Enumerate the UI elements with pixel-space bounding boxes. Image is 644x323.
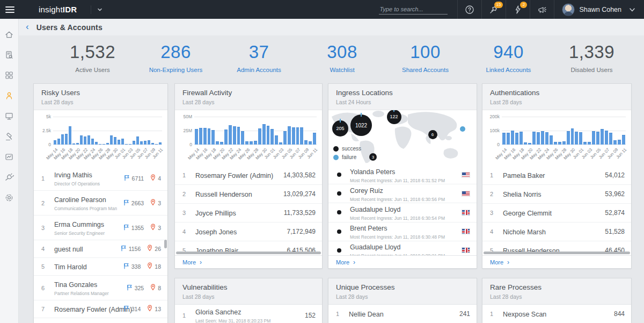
dashboard-grid-icon xyxy=(4,70,14,82)
ingress-more-link[interactable]: More› xyxy=(328,255,477,268)
panel-subtitle: Last 28 days xyxy=(41,99,160,105)
chart-bar xyxy=(136,137,139,145)
stat-watchlist[interactable]: 308Watchlist xyxy=(301,42,384,77)
stat-admin-accounts[interactable]: 37Admin Accounts xyxy=(217,42,301,77)
failure-bubble[interactable] xyxy=(460,126,465,132)
chart-bar xyxy=(91,139,94,145)
row-value: 13,029,274 xyxy=(283,190,316,198)
divider xyxy=(91,5,91,14)
row-rank: 3 xyxy=(182,210,195,216)
chart-bar xyxy=(304,140,308,145)
hamburger-menu-button[interactable] xyxy=(0,0,19,19)
risky-user-row[interactable]: 2Caroline PearsonCommunications Program … xyxy=(34,191,167,216)
chart-bar xyxy=(118,140,120,145)
ingress-count-bubble[interactable]: 3 xyxy=(369,153,377,161)
ingress-row[interactable]: Guadalupe LloydMost Recent Ingress: Jun … xyxy=(328,241,477,255)
chart-bar xyxy=(567,131,570,145)
flag-icon xyxy=(121,244,127,254)
ingress-time: Most Recent Ingress: Jun 11, 2018 6:30:2… xyxy=(350,253,462,255)
ingress-count-bubble[interactable]: 122 xyxy=(387,110,401,124)
sidebar-item-dashboard-grid[interactable] xyxy=(0,66,19,87)
chart-bar xyxy=(110,135,113,145)
risky-user-row[interactable]: 1Irving MathisDirector Of Operations6711… xyxy=(34,166,167,191)
sidebar-item-settings-gear[interactable] xyxy=(0,189,19,209)
horizontal-scrollbar[interactable] xyxy=(176,252,321,254)
vulnerability-row[interactable]: 1Gloria SanchezLast Seen: May 31, 2018 8… xyxy=(175,305,322,323)
firewall-row[interactable]: 2Russell Henderson13,029,274 xyxy=(175,185,322,204)
chart-bar xyxy=(545,132,548,145)
panel-firewall-activity: Firewall Activity Last 28 days 50M25M0Ma… xyxy=(174,83,323,269)
authentication-row[interactable]: 1Pamela Baker54,012 xyxy=(482,166,631,185)
chart-bar xyxy=(550,135,553,145)
search-input[interactable] xyxy=(379,4,448,15)
sidebar-item-investigations-doc-search[interactable] xyxy=(0,46,19,66)
row-name: Joseph Jones xyxy=(195,228,237,236)
firewall-more-link[interactable]: More› xyxy=(175,255,322,268)
authentications-bar-chart: 200k100k0May 14May 16May 18May 20May 22M… xyxy=(482,110,631,166)
user-name: Corey Ruiz xyxy=(350,187,383,195)
row-rank: 5 xyxy=(41,263,54,270)
firewall-row[interactable]: 1Rosemary Fowler (Admin)14,303,582 xyxy=(175,166,322,185)
chart-bar xyxy=(511,131,514,145)
success-dot-icon xyxy=(337,191,341,196)
stat-disabled-users: 1,339Disabled Users xyxy=(550,42,633,77)
row-name: Pamela Baker xyxy=(503,172,545,180)
horizontal-scrollbar[interactable] xyxy=(484,252,630,254)
avatar[interactable] xyxy=(562,3,575,16)
rare-process-row[interactable]: 1Nexpose Scan844 xyxy=(482,305,631,323)
risky-user-row[interactable]: 8Neal WarnerExecutive Assistant Project … xyxy=(34,318,167,323)
locations-metric: 3 xyxy=(150,223,161,233)
sidebar-item-endpoints-monitor[interactable] xyxy=(0,107,19,127)
help-button[interactable] xyxy=(458,0,481,19)
panel-authentications: Authentications Last 28 days 200k100k0Ma… xyxy=(482,83,632,269)
sidebar-item-gavel[interactable] xyxy=(0,127,19,148)
authentication-row[interactable]: 4Nichole Marsh51,528 xyxy=(482,222,631,241)
alerts-bolt-button[interactable]: 2 xyxy=(506,0,530,19)
chart-bar xyxy=(148,140,150,145)
row-value: 7,172,949 xyxy=(287,228,316,235)
risky-user-row[interactable]: 7Rosemary Fowler (Admin)31413 xyxy=(34,300,167,318)
authentications-more-link[interactable]: More› xyxy=(482,255,631,268)
chart-bar xyxy=(144,141,147,145)
stat-shared-accounts[interactable]: 100Shared Accounts xyxy=(384,42,467,77)
panel-header: Unique Processes Last 28 days xyxy=(328,278,477,305)
user-name[interactable]: Shawn Cohen xyxy=(579,6,621,13)
back-chevron-icon[interactable]: ‹ xyxy=(26,22,29,31)
firewall-row[interactable]: 4Joseph Jones7,172,949 xyxy=(175,222,322,241)
app-logo[interactable]: insightIDR xyxy=(39,5,77,14)
chart-bar xyxy=(507,133,510,145)
user-name: Guadalupe Lloyd xyxy=(350,243,401,251)
firewall-row[interactable]: 3Joyce Phillips11,733,529 xyxy=(175,204,322,222)
stat-non-expiring-users[interactable]: 286Non-Expiring Users xyxy=(134,42,217,77)
ingress-count-bubble[interactable]: 1022 xyxy=(350,114,372,136)
location-pin-icon xyxy=(150,198,156,208)
notifications-pin-button[interactable]: 15 xyxy=(482,0,506,19)
authentication-row[interactable]: 2Shelia Norris53,962 xyxy=(482,185,631,204)
ingress-count-bubble[interactable]: 205 xyxy=(332,120,348,137)
sidebar-item-home[interactable] xyxy=(0,25,19,46)
authentication-row[interactable]: 3George Clemmit52,874 xyxy=(482,204,631,222)
user-menu-chevron-icon[interactable] xyxy=(628,6,636,13)
ingress-count-bubble[interactable]: 6 xyxy=(428,130,437,139)
sidebar-item-plug[interactable] xyxy=(0,168,19,189)
risky-user-row[interactable]: 6Tina GonzalesPartner Relations Manager3… xyxy=(34,276,167,300)
sidebar-item-users-person[interactable] xyxy=(0,87,19,107)
stat-linked-accounts[interactable]: 940Linked Accounts xyxy=(467,42,550,77)
chart-bar xyxy=(237,127,240,145)
risky-users-list: 1Irving MathisDirector Of Operations6711… xyxy=(34,166,167,323)
unique-process-row[interactable]: 1Nellie Dean241 xyxy=(328,305,477,323)
pin-badge: 15 xyxy=(494,2,503,8)
vertical-scrollbar[interactable] xyxy=(164,240,167,248)
panel-header: Firewall Activity Last 28 days xyxy=(175,84,322,110)
product-switcher-chevron-icon[interactable] xyxy=(97,6,103,13)
risky-user-row[interactable]: 5Tim Harold33818 xyxy=(34,258,167,276)
megaphone-icon xyxy=(537,5,547,15)
sidebar-item-report-chart[interactable] xyxy=(0,148,19,168)
risky-user-row[interactable]: 3Erma CummingsSenior Security Engineer13… xyxy=(34,216,167,240)
announcements-button[interactable] xyxy=(530,0,554,19)
x-axis-labels: May 14May 16May 18May 20May 22May 24May … xyxy=(53,145,162,166)
map-legend: successfailure xyxy=(333,143,361,160)
risky-user-row[interactable]: 4guest null115626 xyxy=(34,240,167,258)
user-name: guest null xyxy=(54,246,83,253)
row-name: Russell Henderson xyxy=(195,191,252,198)
